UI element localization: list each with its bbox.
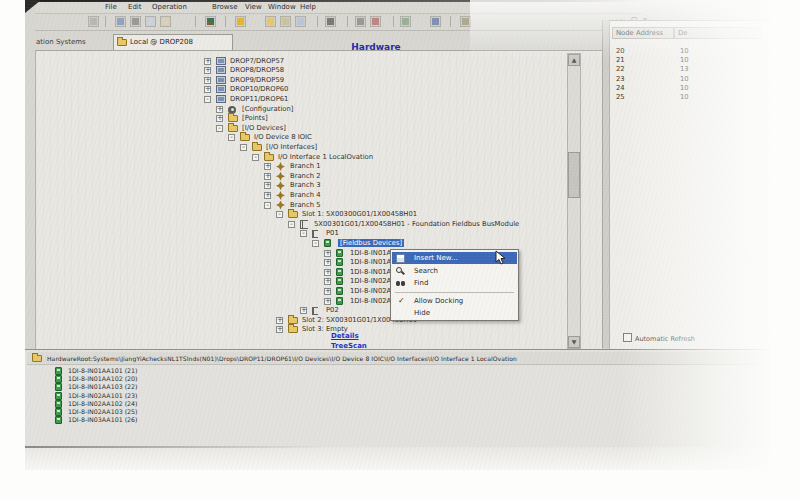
expand-icon[interactable]: + — [264, 173, 271, 180]
tree-node-label[interactable]: I/O Device 8 IOIC — [254, 133, 312, 141]
paste-icon[interactable] — [160, 16, 171, 27]
tree-node-label[interactable]: DROP7/DROP57 — [230, 57, 284, 65]
menu-file[interactable]: File — [105, 3, 117, 11]
tree-node-label[interactable]: I/O Interface 1 LocalOvation — [278, 153, 373, 161]
expand-icon[interactable]: + — [324, 250, 331, 257]
column-header-device[interactable]: De — [674, 27, 762, 39]
collapse-icon[interactable]: - — [312, 240, 319, 247]
filter-icon[interactable] — [235, 16, 246, 27]
tree-node-label[interactable]: Branch 3 — [290, 181, 320, 189]
expand-icon[interactable]: + — [204, 77, 211, 84]
tree-node-label[interactable]: [Configuration] — [242, 105, 293, 113]
device-cell[interactable]: 10 — [680, 93, 689, 101]
expand-icon[interactable]: + — [324, 278, 331, 285]
menu-view[interactable]: View — [245, 3, 262, 11]
expand-icon[interactable]: + — [216, 115, 223, 122]
expand-icon[interactable]: + — [216, 106, 223, 113]
help-icon[interactable] — [460, 16, 471, 27]
context-menu-item-find[interactable]: Find — [392, 277, 517, 289]
menu-edit[interactable]: Edit — [128, 3, 142, 11]
tree-node-label[interactable]: Branch 1 — [290, 162, 320, 170]
scroll-down-icon[interactable]: ▼ — [568, 336, 580, 348]
menu-window[interactable]: Window — [268, 3, 296, 11]
undo-icon[interactable] — [115, 16, 126, 27]
node-address-cell[interactable]: 23 — [616, 75, 625, 83]
expand-icon[interactable]: + — [300, 307, 307, 314]
expand-icon[interactable]: + — [264, 163, 271, 170]
tree-node-label[interactable]: Branch 2 — [290, 172, 320, 180]
context-menu-item-hide[interactable]: Hide — [392, 307, 517, 319]
node-address-cell[interactable]: 22 — [616, 65, 625, 73]
device-cell[interactable]: 10 — [680, 47, 689, 55]
collapse-icon[interactable]: - — [240, 144, 247, 151]
camera-icon[interactable] — [325, 16, 336, 27]
collapse-icon[interactable]: - — [204, 96, 211, 103]
tab-local-drop208[interactable]: Local @ DROP208 — [113, 34, 233, 50]
open-icon[interactable] — [265, 16, 276, 27]
tree-node-label[interactable]: Branch 4 — [290, 191, 320, 199]
scrollbar-thumb[interactable] — [568, 152, 580, 198]
device-cell[interactable]: 13 — [680, 65, 689, 73]
tree-node-label[interactable]: P02 — [326, 306, 339, 314]
collapse-icon[interactable]: - — [288, 221, 295, 228]
menu-browse[interactable]: Browse — [212, 3, 238, 11]
node-address-cell[interactable]: 20 — [616, 47, 625, 55]
refresh-icon[interactable] — [400, 16, 411, 27]
tree-node-label[interactable]: DROP9/DROP59 — [230, 76, 284, 84]
node-address-cell[interactable]: 21 — [616, 56, 625, 64]
bottom-panel: HardwareRoot:Systems\JiangYiAchecksNL1TS… — [25, 349, 770, 448]
expand-icon[interactable]: + — [204, 67, 211, 74]
expand-icon[interactable]: + — [324, 269, 331, 276]
automatic-refresh-checkbox[interactable]: Automatic Refresh — [623, 333, 695, 343]
import-icon[interactable] — [280, 16, 291, 27]
scroll-up-icon[interactable]: ▲ — [568, 54, 580, 66]
copy-icon[interactable] — [145, 16, 156, 27]
expand-icon[interactable]: + — [324, 259, 331, 266]
tree-node-label[interactable]: DROP8/DROP58 — [230, 66, 284, 74]
collapse-icon[interactable]: - — [276, 211, 283, 218]
tree-node-label[interactable]: DROP11/DROP61 — [230, 95, 288, 103]
expand-icon[interactable]: + — [204, 86, 211, 93]
collapse-icon[interactable]: - — [252, 154, 259, 161]
context-menu-item-search[interactable]: Search — [392, 265, 517, 277]
tree-node-label[interactable]: [I/O Interfaces] — [266, 143, 317, 151]
collapse-icon[interactable]: - — [300, 230, 307, 237]
collapse-icon[interactable]: - — [228, 134, 235, 141]
tree-node-label[interactable]: [I/O Devices] — [242, 124, 286, 132]
tree-node-label[interactable]: [Fieldbus Devices] — [338, 239, 404, 247]
node-address-cell[interactable]: 24 — [616, 84, 625, 92]
expand-icon[interactable]: + — [264, 192, 271, 199]
select-icon[interactable] — [355, 16, 366, 27]
device-cell[interactable]: 10 — [680, 56, 689, 64]
print-icon[interactable] — [88, 16, 99, 27]
menu-operation[interactable]: Operation — [152, 3, 187, 11]
column-header-node-address[interactable]: Node Address — [612, 27, 674, 39]
expand-icon[interactable]: + — [264, 182, 271, 189]
context-menu-item-allow-docking[interactable]: ✓Allow Docking — [392, 295, 517, 307]
expand-icon[interactable]: + — [324, 298, 331, 305]
export-icon[interactable] — [295, 16, 306, 27]
delete-icon[interactable] — [370, 16, 381, 27]
tree-node-label[interactable]: Slot 1: 5X00300G01/1X00458H01 — [302, 210, 417, 218]
details-link[interactable]: Details — [331, 332, 359, 340]
collapse-icon[interactable]: - — [216, 125, 223, 132]
expand-icon[interactable]: + — [204, 58, 211, 65]
tree-node-label[interactable]: DROP10/DROP60 — [230, 85, 288, 93]
tree-node-label[interactable]: 5X00301G01/1X00458H01 - Foundation Field… — [314, 220, 519, 228]
node-address-cell[interactable]: 25 — [616, 93, 625, 101]
tree-node-label[interactable]: P01 — [326, 229, 339, 237]
collapse-icon[interactable]: - — [264, 202, 271, 209]
cut-icon[interactable] — [130, 16, 141, 27]
find-icon[interactable] — [430, 16, 441, 27]
palette-icon[interactable] — [205, 16, 216, 27]
checkbox-icon[interactable] — [623, 333, 632, 342]
expand-icon[interactable]: + — [324, 288, 331, 295]
device-cell[interactable]: 10 — [680, 75, 689, 83]
expand-icon[interactable]: + — [276, 326, 283, 333]
tree-node-label[interactable]: Branch 5 — [290, 201, 320, 209]
device-cell[interactable]: 10 — [680, 84, 689, 92]
menu-help[interactable]: Help — [300, 3, 316, 11]
expand-icon[interactable]: + — [276, 317, 283, 324]
tree-scrollbar[interactable]: ▲ ▼ — [567, 53, 581, 349]
tree-node-label[interactable]: [Points] — [242, 114, 268, 122]
